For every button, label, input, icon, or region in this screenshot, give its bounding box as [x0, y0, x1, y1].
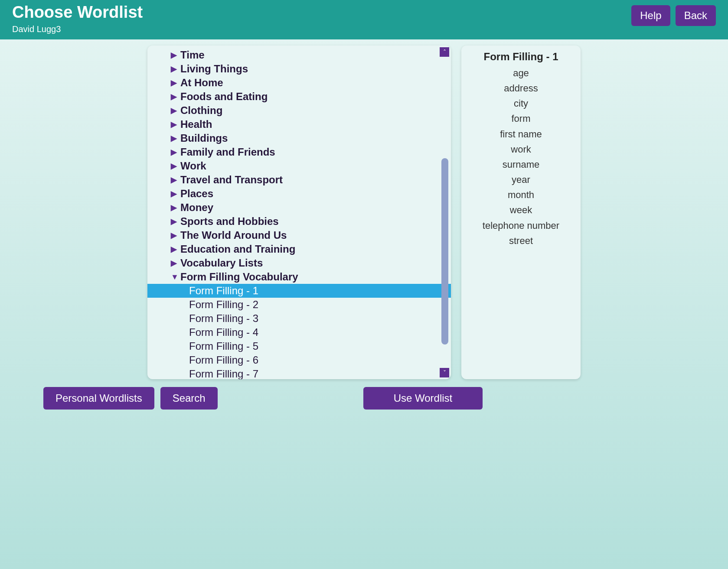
tree-category[interactable]: ▶Travel and Transport [147, 173, 451, 187]
chevron-down-icon: ˅ [443, 369, 446, 376]
tree-leaf[interactable]: Form Filling - 2 [147, 298, 451, 312]
preview-words: ageaddresscityformfirst nameworksurnamey… [466, 65, 576, 248]
scroll-down-button[interactable]: ˅ [440, 368, 449, 377]
caret-right-icon: ▶ [171, 203, 178, 213]
tree-category[interactable]: ▶Places [147, 187, 451, 201]
preview-word: surname [466, 157, 576, 172]
tree-category[interactable]: ▶Health [147, 117, 451, 131]
tree-category[interactable]: ▶Work [147, 159, 451, 173]
wordlist-preview-panel: Form Filling - 1 ageaddresscityformfirst… [461, 46, 581, 379]
caret-right-icon: ▶ [171, 147, 178, 157]
caret-right-icon: ▶ [171, 78, 178, 88]
caret-right-icon: ▶ [171, 217, 178, 227]
caret-right-icon: ▶ [171, 258, 178, 268]
personal-wordlists-button[interactable]: Personal Wordlists [43, 387, 154, 410]
wordlist-tree[interactable]: ▶Time▶Living Things▶At Home▶Foods and Ea… [147, 46, 451, 379]
preview-word: form [466, 111, 576, 126]
use-wordlist-button[interactable]: Use Wordlist [363, 387, 483, 410]
tree-category[interactable]: ▼Form Filling Vocabulary [147, 270, 451, 284]
tree-category-label: Places [180, 187, 213, 200]
bottom-left-buttons: Personal Wordlists Search [43, 387, 347, 410]
header-buttons: Help Back [631, 5, 716, 26]
tree-category[interactable]: ▶Buildings [147, 131, 451, 145]
tree-category-label: Form Filling Vocabulary [180, 270, 298, 283]
tree-leaf[interactable]: Form Filling - 7 [147, 367, 451, 379]
tree-category[interactable]: ▶Living Things [147, 62, 451, 76]
preview-word: month [466, 187, 576, 202]
preview-word: address [466, 81, 576, 96]
preview-word: work [466, 142, 576, 157]
caret-right-icon: ▶ [171, 50, 178, 60]
tree-category-label: Buildings [180, 132, 228, 145]
tree-category[interactable]: ▶The World Around Us [147, 228, 451, 242]
scroll-up-button[interactable]: ˄ [440, 47, 449, 57]
username-label: David Lugg3 [12, 24, 143, 34]
tree-leaf[interactable]: Form Filling - 4 [147, 325, 451, 339]
tree-category-label: Sports and Hobbies [180, 215, 279, 228]
chevron-up-icon: ˄ [443, 49, 446, 55]
tree-category-label: Work [180, 159, 206, 172]
tree-leaf[interactable]: Form Filling - 1 [147, 284, 451, 298]
preview-word: first name [466, 127, 576, 142]
preview-word: street [466, 233, 576, 248]
tree-category[interactable]: ▶Education and Training [147, 242, 451, 256]
bottom-right-buttons: Use Wordlist [363, 387, 483, 410]
tree-category[interactable]: ▶At Home [147, 76, 451, 90]
bottom-button-row: Personal Wordlists Search Use Wordlist [0, 384, 728, 410]
tree-leaf[interactable]: Form Filling - 5 [147, 339, 451, 353]
tree-category-label: Living Things [180, 62, 248, 75]
tree-category-label: Health [180, 118, 212, 131]
caret-right-icon: ▶ [171, 161, 178, 171]
caret-right-icon: ▶ [171, 189, 178, 199]
tree-category[interactable]: ▶Family and Friends [147, 145, 451, 159]
back-button[interactable]: Back [676, 5, 716, 26]
header-left: Choose Wordlist David Lugg3 [12, 3, 143, 34]
wordlist-tree-panel: ▶Time▶Living Things▶At Home▶Foods and Ea… [147, 46, 451, 379]
tree-category-label: Foods and Eating [180, 90, 268, 103]
caret-right-icon: ▶ [171, 231, 178, 241]
tree-leaf[interactable]: Form Filling - 6 [147, 353, 451, 367]
help-button[interactable]: Help [631, 5, 670, 26]
tree-category[interactable]: ▶Time [147, 48, 451, 62]
search-button[interactable]: Search [160, 387, 218, 410]
preview-word: age [466, 65, 576, 81]
preview-title: Form Filling - 1 [466, 51, 576, 63]
tree-category-label: Family and Friends [180, 146, 275, 159]
tree-category-label: Money [180, 201, 213, 214]
tree-category-label: The World Around Us [180, 229, 287, 242]
scrollbar-thumb[interactable] [441, 158, 448, 345]
preview-word: year [466, 172, 576, 187]
caret-right-icon: ▶ [171, 175, 178, 185]
tree-category-label: Time [180, 49, 205, 62]
page-title: Choose Wordlist [12, 3, 143, 22]
caret-right-icon: ▶ [171, 64, 178, 74]
tree-category[interactable]: ▶Vocabulary Lists [147, 256, 451, 270]
tree-category[interactable]: ▶Sports and Hobbies [147, 215, 451, 228]
main-content: ▶Time▶Living Things▶At Home▶Foods and Ea… [0, 39, 728, 384]
caret-right-icon: ▶ [171, 106, 178, 116]
preview-word: city [466, 96, 576, 111]
tree-category[interactable]: ▶Clothing [147, 104, 451, 117]
preview-word: week [466, 202, 576, 218]
tree-leaf[interactable]: Form Filling - 3 [147, 312, 451, 325]
caret-right-icon: ▶ [171, 92, 178, 102]
tree-category[interactable]: ▶Money [147, 201, 451, 215]
preview-word: telephone number [466, 218, 576, 233]
tree-category-label: Education and Training [180, 243, 295, 256]
tree-category-label: Clothing [180, 104, 222, 117]
header: Choose Wordlist David Lugg3 Help Back [0, 0, 728, 39]
tree-category-label: Travel and Transport [180, 173, 283, 186]
caret-right-icon: ▶ [171, 120, 178, 130]
caret-down-icon: ▼ [171, 272, 178, 282]
tree-category-label: Vocabulary Lists [180, 257, 263, 270]
tree-category-label: At Home [180, 76, 223, 89]
caret-right-icon: ▶ [171, 244, 178, 254]
caret-right-icon: ▶ [171, 133, 178, 143]
tree-category[interactable]: ▶Foods and Eating [147, 90, 451, 104]
